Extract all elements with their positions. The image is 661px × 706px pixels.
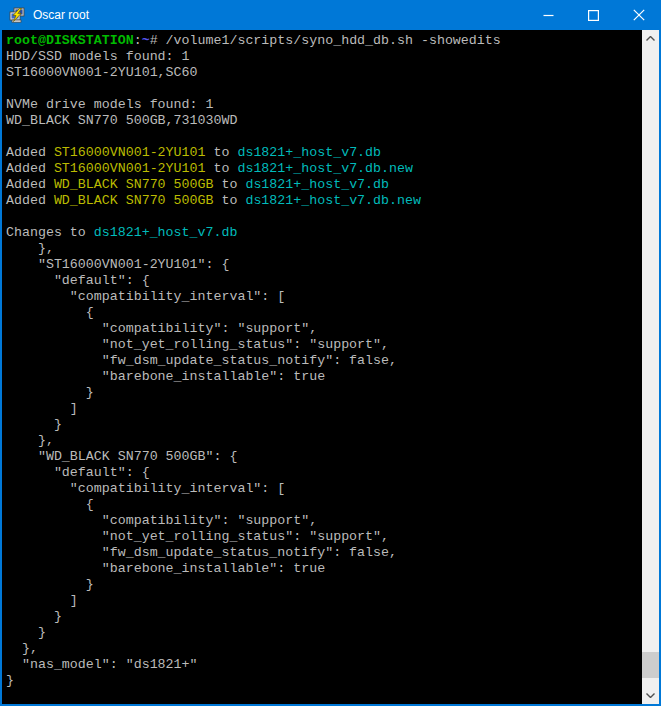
terminal-text-segment: NVMe drive models found: 1 <box>6 97 213 112</box>
terminal-text-segment: }, <box>6 241 54 256</box>
terminal-text-segment: ] <box>6 593 78 608</box>
terminal-text-segment: : <box>134 33 142 48</box>
terminal-line <box>6 129 642 145</box>
close-button[interactable] <box>616 0 661 30</box>
terminal-line: } <box>6 417 642 433</box>
terminal-line: }, <box>6 641 642 657</box>
terminal-text-segment: ~ <box>142 33 150 48</box>
window-title: Oscar root <box>33 0 89 30</box>
terminal-text-segment: "compatibility_interval": [ <box>6 289 285 304</box>
terminal-text-segment: }, <box>6 433 54 448</box>
terminal-text-segment: "not_yet_rolling_status": "support", <box>6 337 389 352</box>
terminal-text-segment: ] <box>6 401 78 416</box>
putty-icon <box>9 7 25 23</box>
minimize-button[interactable] <box>526 0 571 30</box>
terminal-text-segment: "fw_dsm_update_status_notify": false, <box>6 353 397 368</box>
terminal-line: "not_yet_rolling_status": "support", <box>6 337 642 353</box>
terminal-line: "nas_model": "ds1821+" <box>6 657 642 673</box>
terminal-line: } <box>6 609 642 625</box>
terminal-line: } <box>6 625 642 641</box>
terminal-text-segment: "compatibility": "support", <box>6 513 317 528</box>
terminal-text-segment: ds1821+_host_v7.db <box>245 177 389 192</box>
maximize-icon <box>588 10 599 21</box>
terminal-text-segment: to <box>213 177 245 192</box>
terminal-line: HDD/SSD models found: 1 <box>6 49 642 65</box>
terminal-line: "compatibility": "support", <box>6 321 642 337</box>
terminal-text-segment: Added <box>6 177 54 192</box>
minimize-icon <box>543 10 554 21</box>
terminal-text-segment: to <box>206 145 238 160</box>
terminal-text-segment: ds1821+_host_v7.db <box>94 225 238 240</box>
terminal-text-segment: "default": { <box>6 273 150 288</box>
terminal-line: "ST16000VN001-2YU101": { <box>6 257 642 273</box>
terminal-text-segment: } <box>6 609 62 624</box>
terminal-text-segment: "nas_model": "ds1821+" <box>6 657 198 672</box>
terminal-text-segment: # /volume1/scripts/syno_hdd_db.sh -showe… <box>150 33 501 48</box>
terminal-line: ST16000VN001-2YU101,SC60 <box>6 65 642 81</box>
window-body: root@DISKSTATION:~# /volume1/scripts/syn… <box>2 30 659 704</box>
terminal-text-segment: "WD_BLACK SN770 500GB": { <box>6 449 237 464</box>
terminal-text-segment: "fw_dsm_update_status_notify": false, <box>6 545 397 560</box>
terminal-line: NVMe drive models found: 1 <box>6 97 642 113</box>
window-controls <box>526 0 661 30</box>
terminal-line: "not_yet_rolling_status": "support", <box>6 529 642 545</box>
terminal-line: "compatibility_interval": [ <box>6 481 642 497</box>
terminal-text-segment: ST16000VN001-2YU101 <box>54 161 206 176</box>
terminal-line: WD_BLACK SN770 500GB,731030WD <box>6 113 642 129</box>
terminal-text-segment: to <box>213 193 245 208</box>
terminal-text-segment: WD_BLACK SN770 500GB,731030WD <box>6 113 237 128</box>
terminal-text-segment: } <box>6 577 94 592</box>
terminal-line: "compatibility_interval": [ <box>6 289 642 305</box>
terminal-line: Added ST16000VN001-2YU101 to ds1821+_hos… <box>6 145 642 161</box>
terminal-line: ] <box>6 593 642 609</box>
terminal-line <box>6 209 642 225</box>
terminal-text-segment: } <box>6 673 14 688</box>
terminal-text-segment: "barebone_installable": true <box>6 561 325 576</box>
terminal-line: "barebone_installable": true <box>6 561 642 577</box>
terminal-line: "fw_dsm_update_status_notify": false, <box>6 545 642 561</box>
scroll-up-button[interactable] <box>642 30 659 47</box>
terminal-line: "fw_dsm_update_status_notify": false, <box>6 353 642 369</box>
chevron-down-icon <box>646 693 655 698</box>
terminal-line: "WD_BLACK SN770 500GB": { <box>6 449 642 465</box>
terminal-line: Added ST16000VN001-2YU101 to ds1821+_hos… <box>6 161 642 177</box>
terminal-output[interactable]: root@DISKSTATION:~# /volume1/scripts/syn… <box>2 30 642 704</box>
terminal-line: { <box>6 305 642 321</box>
terminal-text-segment: ST16000VN001-2YU101 <box>54 145 206 160</box>
terminal-text-segment: WD_BLACK SN770 500GB <box>54 177 214 192</box>
terminal-line: ] <box>6 401 642 417</box>
terminal-line: "barebone_installable": true <box>6 369 642 385</box>
terminal-text-segment: ds1821+_host_v7.db.new <box>245 193 421 208</box>
terminal-text-segment: } <box>6 417 62 432</box>
terminal-line: "default": { <box>6 273 642 289</box>
scrollbar[interactable] <box>642 30 659 704</box>
terminal-text-segment: }, <box>6 641 38 656</box>
terminal-line: }, <box>6 433 642 449</box>
terminal-line: root@DISKSTATION:~# /volume1/scripts/syn… <box>6 33 642 49</box>
terminal-text-segment: { <box>6 497 94 512</box>
putty-window: Oscar root root@DISKSTATION:~# /volume1/… <box>0 0 661 706</box>
terminal-text-segment: "barebone_installable": true <box>6 369 325 384</box>
terminal-text-segment: ds1821+_host_v7.db.new <box>237 161 413 176</box>
maximize-button[interactable] <box>571 0 616 30</box>
terminal-line: "default": { <box>6 465 642 481</box>
terminal-text-segment: "default": { <box>6 465 150 480</box>
terminal-text-segment: ds1821+_host_v7.db <box>237 145 381 160</box>
terminal-line: } <box>6 673 642 689</box>
title-bar[interactable]: Oscar root <box>0 0 661 30</box>
terminal-text-segment: Added <box>6 193 54 208</box>
terminal-text-segment: ST16000VN001-2YU101,SC60 <box>6 65 198 80</box>
terminal-text-segment: { <box>6 305 94 320</box>
terminal-text-segment: to <box>206 161 238 176</box>
terminal-line: Changes to ds1821+_host_v7.db <box>6 225 642 241</box>
terminal-text-segment: "ST16000VN001-2YU101": { <box>6 257 229 272</box>
terminal-text-segment: WD_BLACK SN770 500GB <box>54 193 214 208</box>
terminal-line: Added WD_BLACK SN770 500GB to ds1821+_ho… <box>6 193 642 209</box>
scrollbar-thumb[interactable] <box>642 652 659 678</box>
terminal-line: } <box>6 385 642 401</box>
terminal-text-segment: "compatibility_interval": [ <box>6 481 285 496</box>
scroll-down-button[interactable] <box>642 687 659 704</box>
terminal-text-segment: HDD/SSD models found: 1 <box>6 49 190 64</box>
terminal-text-segment: root@DISKSTATION <box>6 33 134 48</box>
terminal-text-segment: Changes to <box>6 225 94 240</box>
